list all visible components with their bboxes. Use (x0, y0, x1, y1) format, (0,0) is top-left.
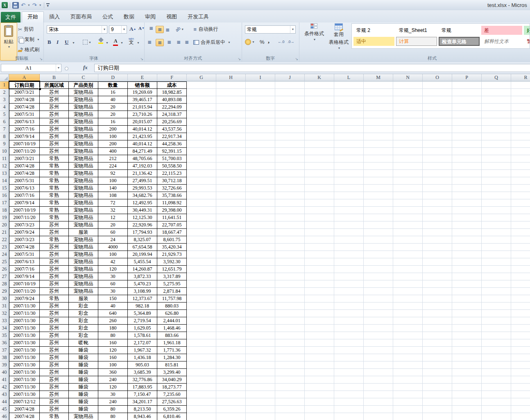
row-header-6[interactable]: 6 (0, 118, 9, 126)
cell-K25[interactable] (305, 258, 334, 266)
cell-K4[interactable] (305, 104, 334, 111)
cell-R24[interactable] (511, 251, 530, 258)
cell-M4[interactable] (364, 104, 393, 111)
cell-F17[interactable]: 11,098.92 (157, 199, 187, 207)
cell-K7[interactable] (305, 126, 334, 133)
row-header-19[interactable]: 19 (0, 214, 9, 221)
cell-O26[interactable] (423, 266, 452, 273)
cell-J31[interactable] (275, 303, 305, 310)
cell-R35[interactable] (511, 332, 530, 339)
row-header-13[interactable]: 13 (0, 170, 9, 177)
cell-F29[interactable]: 2,871.84 (157, 288, 187, 295)
cell-J5[interactable] (275, 111, 305, 118)
cell-O34[interactable] (423, 325, 452, 332)
cell-J1[interactable] (275, 81, 305, 89)
cell-R42[interactable] (511, 384, 530, 391)
name-box[interactable]: A1 ▼ (1, 64, 61, 72)
cell-E16[interactable]: 34,682.76 (128, 192, 157, 199)
cell-F33[interactable]: 2,444.01 (157, 317, 187, 325)
cell-P3[interactable] (452, 96, 482, 104)
cell-A6[interactable]: 2007/6/13 (9, 118, 40, 126)
cell-G28[interactable] (187, 280, 216, 288)
cell-B41[interactable]: 苏州 (40, 376, 69, 384)
row-header-7[interactable]: 7 (0, 126, 9, 133)
cell-C11[interactable]: 宠物用品 (69, 155, 98, 163)
cell-E20[interactable]: 22,920.96 (128, 221, 157, 229)
cell-L6[interactable] (334, 118, 364, 126)
cell-C13[interactable]: 宠物用品 (69, 170, 98, 177)
cell-G34[interactable] (187, 325, 216, 332)
cell-Q10[interactable] (482, 148, 511, 155)
underline-dropdown-icon[interactable]: ▼ (72, 41, 75, 44)
cell-P26[interactable] (452, 266, 482, 273)
cell-I33[interactable] (246, 317, 275, 325)
cell-D12[interactable]: 224 (98, 163, 128, 170)
cell-B7[interactable]: 苏州 (40, 126, 69, 133)
cell-O33[interactable] (423, 317, 452, 325)
cell-L17[interactable] (334, 199, 364, 207)
phonetic-dropdown-icon[interactable]: ▼ (137, 41, 140, 44)
cell-K28[interactable] (305, 280, 334, 288)
cell-A25[interactable]: 2007/6/13 (9, 258, 40, 266)
cell-P40[interactable] (452, 369, 482, 376)
cell-Q44[interactable] (482, 398, 511, 406)
cell-A19[interactable]: 2007/11/20 (9, 214, 40, 221)
cell-B6[interactable]: 苏州 (40, 118, 69, 126)
cell-J44[interactable] (275, 398, 305, 406)
cell-C23[interactable]: 宠物用品 (69, 244, 98, 251)
merge-center-button[interactable]: 合并后居中 ▼ (193, 39, 231, 46)
cell-K46[interactable] (305, 413, 334, 420)
save-button[interactable] (12, 2, 19, 9)
cell-J17[interactable] (275, 199, 305, 207)
cell-O44[interactable] (423, 398, 452, 406)
cell-R31[interactable] (511, 303, 530, 310)
cell-K19[interactable] (305, 214, 334, 221)
cell-D41[interactable]: 240 (98, 376, 128, 384)
cell-style-good[interactable]: 好 (524, 26, 530, 35)
cell-P37[interactable] (452, 347, 482, 354)
cell-D29[interactable]: 30 (98, 288, 128, 295)
cell-Q35[interactable] (482, 332, 511, 339)
cell-K44[interactable] (305, 398, 334, 406)
cell-K22[interactable] (305, 236, 334, 244)
row-header-9[interactable]: 9 (0, 140, 9, 148)
undo-button[interactable]: ↶ (21, 2, 25, 8)
cell-F8[interactable]: 22,917.34 (157, 133, 187, 140)
cell-C20[interactable]: 宠物用品 (69, 221, 98, 229)
cell-M11[interactable] (364, 155, 393, 163)
cell-H21[interactable] (216, 229, 246, 236)
cell-C6[interactable]: 宠物用品 (69, 118, 98, 126)
cell-A34[interactable]: 2007/11/30 (9, 325, 40, 332)
format-painter-button[interactable]: 格式刷 (18, 46, 39, 53)
cell-P15[interactable] (452, 185, 482, 192)
cell-I2[interactable] (246, 89, 275, 96)
cell-Q22[interactable] (482, 236, 511, 244)
cell-E39[interactable]: 905.03 (128, 361, 157, 369)
cell-F25[interactable]: 3,592.30 (157, 258, 187, 266)
row-header-38[interactable]: 38 (0, 354, 9, 361)
cell-P25[interactable] (452, 258, 482, 266)
fill-color-button[interactable] (98, 38, 103, 44)
cell-P10[interactable] (452, 148, 482, 155)
cell-N10[interactable] (393, 148, 423, 155)
cell-N17[interactable] (393, 199, 423, 207)
cell-style-calculation[interactable]: 计算 (396, 37, 437, 46)
cell-F34[interactable]: 1,468.46 (157, 325, 187, 332)
increase-decimal-button[interactable]: ←.0 (278, 40, 285, 44)
cell-K43[interactable] (305, 391, 334, 398)
cell-R29[interactable] (511, 288, 530, 295)
cell-L20[interactable] (334, 221, 364, 229)
cell-E33[interactable]: 2,719.54 (128, 317, 157, 325)
cell-D31[interactable]: 40 (98, 303, 128, 310)
cell-G43[interactable] (187, 391, 216, 398)
cell-F40[interactable]: 3,299.40 (157, 369, 187, 376)
cell-A29[interactable]: 2007/11/20 (9, 288, 40, 295)
cell-H23[interactable] (216, 244, 246, 251)
cell-H4[interactable] (216, 104, 246, 111)
cell-J39[interactable] (275, 361, 305, 369)
cell-J18[interactable] (275, 207, 305, 214)
cell-R32[interactable] (511, 310, 530, 317)
cell-J2[interactable] (275, 89, 305, 96)
tab-file[interactable]: 文件 (1, 12, 20, 23)
cell-N6[interactable] (393, 118, 423, 126)
